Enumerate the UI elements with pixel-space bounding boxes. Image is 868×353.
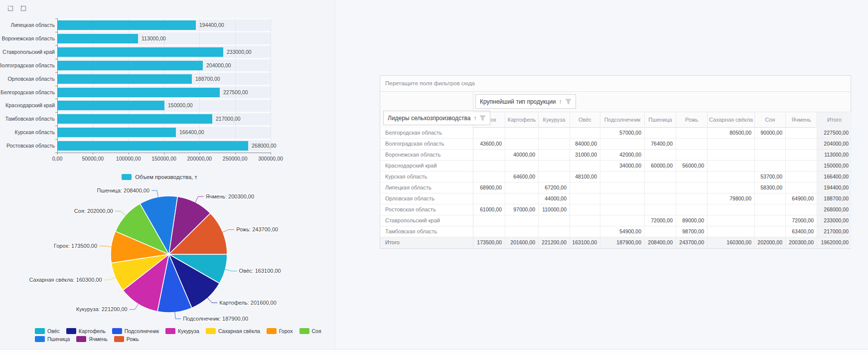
pivot-cell[interactable]: 1962000,00 (817, 237, 852, 248)
pivot-column-header[interactable]: Кукуруза (538, 112, 570, 128)
pivot-row-header[interactable]: Тамбовская область (380, 226, 473, 237)
pivot-cell[interactable] (473, 172, 505, 182)
pivot-cell[interactable]: 233000,00 (817, 215, 852, 226)
pivot-cell[interactable] (707, 204, 754, 215)
bar[interactable] (58, 47, 223, 57)
pivot-cell[interactable] (644, 172, 676, 182)
pivot-cell[interactable]: 160300,00 (707, 237, 754, 248)
pivot-cell[interactable] (707, 150, 754, 160)
bar[interactable] (58, 34, 138, 43)
pivot-cell[interactable]: 166400,00 (817, 172, 852, 182)
pivot-cell[interactable]: 80500,00 (707, 128, 754, 138)
pivot-cell[interactable] (676, 182, 707, 193)
pivot-cell[interactable]: 221200,00 (538, 237, 570, 248)
pivot-cell[interactable] (538, 172, 570, 182)
pivot-cell[interactable]: 54900,00 (600, 226, 644, 237)
pivot-cell[interactable] (505, 215, 538, 226)
pivot-cell[interactable]: 44000,00 (538, 193, 570, 204)
pivot-cell[interactable] (600, 215, 644, 226)
pivot-cell[interactable]: 89000,00 (676, 215, 707, 226)
pivot-cell[interactable]: 187900,00 (600, 237, 644, 248)
pivot-column-header[interactable]: Соя (754, 112, 785, 128)
pivot-cell[interactable] (707, 182, 754, 193)
pivot-cell[interactable]: 200300,00 (785, 237, 817, 248)
pivot-cell[interactable] (473, 128, 505, 138)
pivot-cell[interactable] (707, 139, 754, 149)
pivot-cell[interactable] (785, 172, 817, 182)
pivot-cell[interactable] (644, 182, 676, 193)
pivot-cell[interactable] (707, 215, 754, 226)
pivot-cell[interactable] (785, 128, 817, 138)
sort-asc-icon[interactable]: ↑ (559, 99, 562, 105)
pivot-cell[interactable]: 173500,00 (473, 237, 505, 248)
pivot-column-header[interactable]: Картофель (505, 112, 538, 128)
pivot-cell[interactable] (676, 193, 707, 204)
pivot-cell[interactable] (538, 161, 570, 171)
pivot-cell[interactable]: 63400,00 (785, 226, 817, 237)
pivot-cell[interactable]: 40000,00 (505, 150, 538, 160)
pivot-cell[interactable]: 56000,00 (676, 161, 707, 171)
pivot-column-header[interactable]: Рожь (676, 112, 707, 128)
pivot-cell[interactable]: 58300,00 (754, 182, 785, 193)
pivot-cell[interactable] (600, 172, 644, 182)
pivot-cell[interactable] (570, 204, 600, 215)
pivot-cell[interactable]: 34000,00 (600, 161, 644, 171)
bar[interactable] (58, 114, 212, 124)
pivot-cell[interactable] (754, 226, 785, 237)
pivot-cell[interactable]: 202000,00 (754, 237, 785, 248)
pivot-cell[interactable]: 48100,00 (570, 172, 600, 182)
pivot-row-header[interactable]: Итого (380, 237, 473, 248)
pivot-cell[interactable] (538, 215, 570, 226)
frame-arrow-icon[interactable] (19, 4, 28, 13)
pivot-cell[interactable] (570, 128, 600, 138)
pivot-cell[interactable] (600, 182, 644, 193)
frame-icon[interactable] (6, 4, 15, 13)
pivot-cell[interactable]: 64600,00 (505, 172, 538, 182)
pivot-cell[interactable] (505, 161, 538, 171)
pivot-cell[interactable] (644, 226, 676, 237)
pivot-cell[interactable] (600, 139, 644, 149)
bar[interactable] (58, 141, 248, 151)
pivot-column-header[interactable]: Овёс (570, 112, 600, 128)
pivot-cell[interactable] (644, 150, 676, 160)
pivot-column-header[interactable]: Сахарная свёкла (707, 112, 754, 128)
pivot-cell[interactable]: 188700,00 (817, 193, 852, 204)
pivot-cell[interactable]: 72000,00 (644, 215, 676, 226)
pivot-cell[interactable] (505, 193, 538, 204)
pivot-column-header[interactable]: Итого (817, 112, 852, 128)
pivot-cell[interactable] (644, 204, 676, 215)
pivot-cell[interactable] (473, 226, 505, 237)
pivot-cell[interactable] (473, 193, 505, 204)
pivot-cell[interactable] (538, 128, 570, 138)
bar[interactable] (58, 74, 192, 84)
pivot-cell[interactable]: 31000,00 (570, 150, 600, 160)
bar[interactable] (58, 101, 164, 110)
pivot-cell[interactable] (570, 161, 600, 171)
pivot-cell[interactable] (676, 128, 707, 138)
pivot-cell[interactable] (754, 204, 785, 215)
pivot-row-header[interactable]: Белгородская область (380, 128, 473, 138)
pivot-cell[interactable] (538, 139, 570, 149)
pivot-cell[interactable]: 243700,00 (676, 237, 707, 248)
pivot-cell[interactable] (676, 139, 707, 149)
pivot-cell[interactable] (785, 204, 817, 215)
pivot-cell[interactable]: 208400,00 (644, 237, 676, 248)
filter-funnel-icon[interactable] (479, 115, 486, 121)
pivot-cell[interactable]: 113000,00 (817, 150, 852, 160)
pivot-cell[interactable] (570, 182, 600, 193)
pivot-cell[interactable]: 204000,00 (817, 139, 852, 149)
pivot-cell[interactable] (676, 204, 707, 215)
pivot-cell[interactable] (473, 161, 505, 171)
pivot-cell[interactable]: 268000,00 (817, 204, 852, 215)
pivot-cell[interactable] (644, 128, 676, 138)
pivot-cell[interactable] (707, 161, 754, 171)
pivot-cell[interactable]: 110000,00 (538, 204, 570, 215)
sort-asc-icon[interactable]: ↑ (473, 115, 476, 121)
pivot-row-header[interactable]: Краснодарский край (380, 161, 473, 171)
bar[interactable] (58, 128, 176, 137)
pivot-cell[interactable] (505, 128, 538, 138)
pivot-cell[interactable] (570, 215, 600, 226)
pivot-cell[interactable] (600, 193, 644, 204)
pivot-cell[interactable] (707, 172, 754, 182)
pivot-cell[interactable] (754, 150, 785, 160)
